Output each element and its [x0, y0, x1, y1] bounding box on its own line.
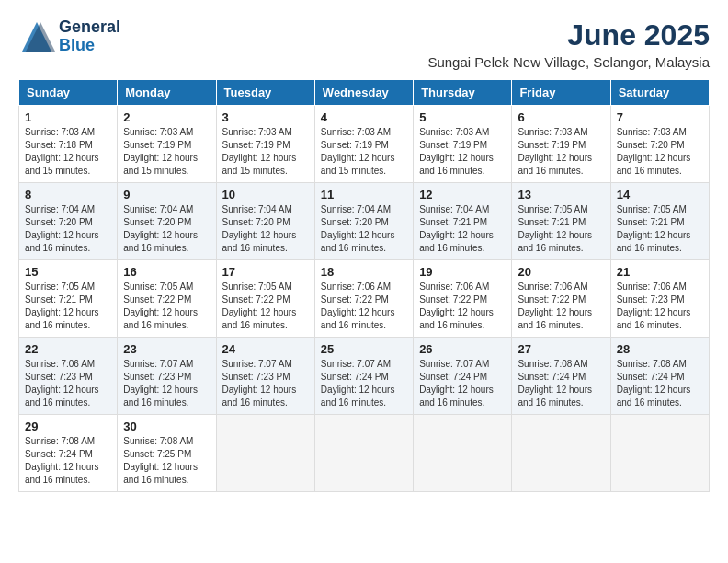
calendar-week-3: 15Sunrise: 7:05 AM Sunset: 7:21 PM Dayli… — [19, 260, 710, 338]
day-info: Sunrise: 7:03 AM Sunset: 7:19 PM Dayligh… — [321, 126, 407, 178]
day-number: 11 — [321, 188, 407, 201]
calendar-week-4: 22Sunrise: 7:06 AM Sunset: 7:23 PM Dayli… — [19, 338, 710, 415]
calendar-cell: 4Sunrise: 7:03 AM Sunset: 7:19 PM Daylig… — [314, 106, 413, 183]
day-info: Sunrise: 7:04 AM Sunset: 7:20 PM Dayligh… — [321, 203, 407, 255]
day-info: Sunrise: 7:06 AM Sunset: 7:23 PM Dayligh… — [25, 358, 111, 409]
calendar-cell: 19Sunrise: 7:06 AM Sunset: 7:22 PM Dayli… — [414, 260, 512, 338]
day-number: 20 — [518, 265, 604, 279]
calendar-cell: 23Sunrise: 7:07 AM Sunset: 7:23 PM Dayli… — [118, 338, 216, 415]
day-number: 25 — [321, 342, 407, 356]
day-info: Sunrise: 7:08 AM Sunset: 7:25 PM Dayligh… — [123, 435, 210, 487]
day-number: 1 — [25, 110, 111, 124]
calendar-cell — [216, 415, 314, 492]
day-info: Sunrise: 7:05 AM Sunset: 7:21 PM Dayligh… — [25, 281, 111, 332]
day-info: Sunrise: 7:06 AM Sunset: 7:22 PM Dayligh… — [518, 281, 604, 332]
day-info: Sunrise: 7:06 AM Sunset: 7:22 PM Dayligh… — [419, 281, 506, 332]
calendar-cell: 24Sunrise: 7:07 AM Sunset: 7:23 PM Dayli… — [216, 338, 314, 415]
calendar-cell: 9Sunrise: 7:04 AM Sunset: 7:20 PM Daylig… — [118, 183, 216, 260]
day-number: 5 — [419, 110, 506, 124]
logo-text: General Blue — [59, 18, 120, 55]
day-info: Sunrise: 7:07 AM Sunset: 7:23 PM Dayligh… — [222, 358, 309, 409]
calendar-cell: 22Sunrise: 7:06 AM Sunset: 7:23 PM Dayli… — [19, 338, 118, 415]
calendar-cell: 15Sunrise: 7:05 AM Sunset: 7:21 PM Dayli… — [19, 260, 118, 338]
day-number: 16 — [123, 265, 210, 279]
day-info: Sunrise: 7:08 AM Sunset: 7:24 PM Dayligh… — [617, 358, 703, 409]
calendar-cell: 5Sunrise: 7:03 AM Sunset: 7:19 PM Daylig… — [414, 106, 512, 183]
day-number: 19 — [419, 265, 506, 279]
day-number: 4 — [321, 110, 407, 124]
day-number: 8 — [25, 188, 111, 201]
day-number: 14 — [617, 188, 703, 201]
day-info: Sunrise: 7:06 AM Sunset: 7:22 PM Dayligh… — [321, 281, 407, 332]
calendar-cell: 8Sunrise: 7:04 AM Sunset: 7:20 PM Daylig… — [19, 183, 118, 260]
logo: General Blue — [18, 18, 120, 55]
day-info: Sunrise: 7:05 AM Sunset: 7:22 PM Dayligh… — [123, 281, 210, 332]
day-info: Sunrise: 7:03 AM Sunset: 7:19 PM Dayligh… — [419, 126, 506, 178]
calendar-week-2: 8Sunrise: 7:04 AM Sunset: 7:20 PM Daylig… — [19, 183, 710, 260]
day-number: 18 — [321, 265, 407, 279]
calendar-cell — [414, 415, 512, 492]
calendar-cell: 28Sunrise: 7:08 AM Sunset: 7:24 PM Dayli… — [610, 338, 709, 415]
calendar-cell: 10Sunrise: 7:04 AM Sunset: 7:20 PM Dayli… — [216, 183, 314, 260]
calendar-cell: 18Sunrise: 7:06 AM Sunset: 7:22 PM Dayli… — [314, 260, 413, 338]
day-number: 21 — [617, 265, 703, 279]
calendar-cell: 2Sunrise: 7:03 AM Sunset: 7:19 PM Daylig… — [118, 106, 216, 183]
day-number: 7 — [617, 110, 703, 124]
day-info: Sunrise: 7:05 AM Sunset: 7:22 PM Dayligh… — [222, 281, 309, 332]
weekday-header-thursday: Thursday — [414, 80, 512, 106]
day-info: Sunrise: 7:04 AM Sunset: 7:21 PM Dayligh… — [419, 203, 506, 255]
day-number: 26 — [419, 342, 506, 356]
calendar: SundayMondayTuesdayWednesdayThursdayFrid… — [18, 79, 710, 492]
day-number: 22 — [25, 342, 111, 356]
day-number: 2 — [123, 110, 210, 124]
day-number: 23 — [123, 342, 210, 356]
day-number: 6 — [518, 110, 604, 124]
calendar-cell: 17Sunrise: 7:05 AM Sunset: 7:22 PM Dayli… — [216, 260, 314, 338]
day-number: 17 — [222, 265, 309, 279]
calendar-cell: 6Sunrise: 7:03 AM Sunset: 7:19 PM Daylig… — [512, 106, 610, 183]
weekday-header-tuesday: Tuesday — [216, 80, 314, 106]
day-info: Sunrise: 7:04 AM Sunset: 7:20 PM Dayligh… — [25, 203, 111, 255]
logo-blue: Blue — [59, 37, 120, 55]
day-number: 30 — [123, 419, 210, 433]
day-info: Sunrise: 7:04 AM Sunset: 7:20 PM Dayligh… — [222, 203, 309, 255]
calendar-cell: 27Sunrise: 7:08 AM Sunset: 7:24 PM Dayli… — [512, 338, 610, 415]
logo-icon — [18, 18, 55, 55]
logo-general: General — [59, 18, 120, 37]
location: Sungai Pelek New Village, Selangor, Mala… — [427, 54, 710, 70]
day-info: Sunrise: 7:08 AM Sunset: 7:24 PM Dayligh… — [25, 435, 111, 487]
day-info: Sunrise: 7:05 AM Sunset: 7:21 PM Dayligh… — [518, 203, 604, 255]
calendar-cell — [314, 415, 413, 492]
day-number: 9 — [123, 188, 210, 201]
page-header: General Blue June 2025 Sungai Pelek New … — [18, 18, 710, 70]
calendar-cell: 7Sunrise: 7:03 AM Sunset: 7:20 PM Daylig… — [610, 106, 709, 183]
day-info: Sunrise: 7:07 AM Sunset: 7:24 PM Dayligh… — [419, 358, 506, 409]
day-info: Sunrise: 7:07 AM Sunset: 7:24 PM Dayligh… — [321, 358, 407, 409]
day-info: Sunrise: 7:05 AM Sunset: 7:21 PM Dayligh… — [617, 203, 703, 255]
day-number: 10 — [222, 188, 309, 201]
calendar-cell — [610, 415, 709, 492]
month-title: June 2025 — [427, 18, 710, 52]
day-info: Sunrise: 7:03 AM Sunset: 7:19 PM Dayligh… — [123, 126, 210, 178]
day-number: 12 — [419, 188, 506, 201]
weekday-header-row: SundayMondayTuesdayWednesdayThursdayFrid… — [19, 80, 710, 106]
calendar-week-1: 1Sunrise: 7:03 AM Sunset: 7:18 PM Daylig… — [19, 106, 710, 183]
day-number: 29 — [25, 419, 111, 433]
day-number: 15 — [25, 265, 111, 279]
calendar-cell: 30Sunrise: 7:08 AM Sunset: 7:25 PM Dayli… — [118, 415, 216, 492]
calendar-cell: 26Sunrise: 7:07 AM Sunset: 7:24 PM Dayli… — [414, 338, 512, 415]
day-info: Sunrise: 7:04 AM Sunset: 7:20 PM Dayligh… — [123, 203, 210, 255]
calendar-cell: 20Sunrise: 7:06 AM Sunset: 7:22 PM Dayli… — [512, 260, 610, 338]
calendar-week-5: 29Sunrise: 7:08 AM Sunset: 7:24 PM Dayli… — [19, 415, 710, 492]
calendar-cell: 29Sunrise: 7:08 AM Sunset: 7:24 PM Dayli… — [19, 415, 118, 492]
calendar-cell: 11Sunrise: 7:04 AM Sunset: 7:20 PM Dayli… — [314, 183, 413, 260]
calendar-cell: 21Sunrise: 7:06 AM Sunset: 7:23 PM Dayli… — [610, 260, 709, 338]
calendar-cell: 12Sunrise: 7:04 AM Sunset: 7:21 PM Dayli… — [414, 183, 512, 260]
day-info: Sunrise: 7:03 AM Sunset: 7:19 PM Dayligh… — [518, 126, 604, 178]
day-number: 27 — [518, 342, 604, 356]
calendar-cell — [512, 415, 610, 492]
calendar-cell: 1Sunrise: 7:03 AM Sunset: 7:18 PM Daylig… — [19, 106, 118, 183]
calendar-cell: 14Sunrise: 7:05 AM Sunset: 7:21 PM Dayli… — [610, 183, 709, 260]
day-number: 13 — [518, 188, 604, 201]
calendar-cell: 25Sunrise: 7:07 AM Sunset: 7:24 PM Dayli… — [314, 338, 413, 415]
